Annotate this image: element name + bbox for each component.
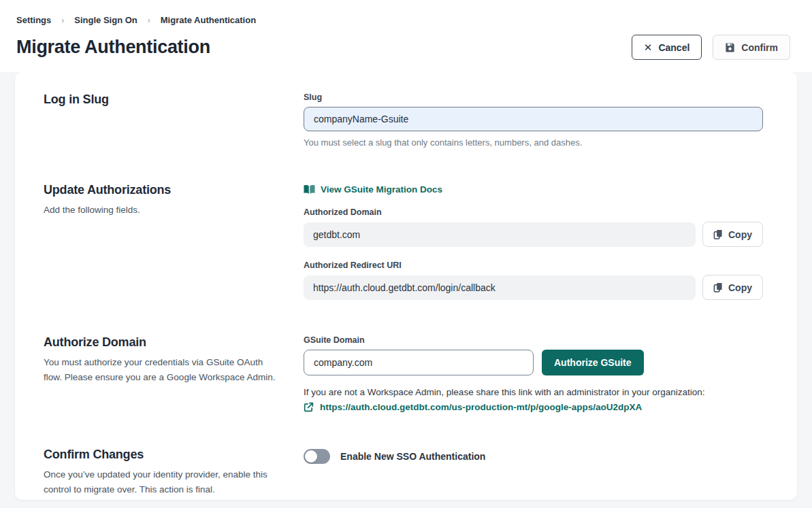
section-title-login-slug: Log in Slug xyxy=(44,93,304,107)
settings-card: Log in Slug Slug You must select a slug … xyxy=(15,72,797,500)
authorize-gsuite-button[interactable]: Authorize GSuite xyxy=(542,350,644,375)
copy-button-label: Copy xyxy=(728,282,752,293)
confirm-button[interactable]: Confirm xyxy=(713,35,790,60)
section-confirm-changes: Confirm Changes Once you’ve updated your… xyxy=(44,448,763,497)
copy-icon xyxy=(713,282,723,292)
docs-link-label: View GSuite Migration Docs xyxy=(321,184,442,195)
section-update-authorizations: Update Authorizations Add the following … xyxy=(44,183,763,300)
confirm-button-label: Confirm xyxy=(741,42,778,53)
section-title-authorize-domain: Authorize Domain xyxy=(44,335,304,350)
external-link-icon xyxy=(304,402,314,412)
admin-share-link-url: https://auth.cloud.getdbt.com/us-product… xyxy=(320,402,642,412)
authorized-domain-label: Authorized Domain xyxy=(304,207,763,217)
section-desc-confirm-changes: Once you’ve updated your identity provid… xyxy=(44,467,278,497)
open-book-icon xyxy=(304,184,315,195)
chevron-right-icon: › xyxy=(61,16,64,25)
save-disk-icon xyxy=(725,42,735,52)
section-login-slug: Log in Slug Slug You must select a slug … xyxy=(44,93,763,148)
gsuite-domain-input[interactable] xyxy=(304,350,534,375)
section-desc-update-authorizations: Add the following fields. xyxy=(44,203,278,218)
breadcrumb-migrate-authentication: Migrate Authentication xyxy=(161,15,256,25)
gsuite-migration-docs-link[interactable]: View GSuite Migration Docs xyxy=(304,184,442,195)
header-actions: ✕ Cancel Confirm xyxy=(632,35,790,60)
page-title: Migrate Authentication xyxy=(16,37,210,58)
cancel-button-label: Cancel xyxy=(658,42,689,53)
page-header: Settings › Single Sign On › Migrate Auth… xyxy=(0,0,812,72)
section-authorize-domain: Authorize Domain You must authorize your… xyxy=(44,335,763,412)
close-icon: ✕ xyxy=(644,42,653,52)
gsuite-domain-label: GSuite Domain xyxy=(304,335,763,345)
content-area: Log in Slug Slug You must select a slug … xyxy=(0,72,812,508)
chevron-right-icon: › xyxy=(148,16,150,25)
copy-authorized-domain-button[interactable]: Copy xyxy=(702,222,763,247)
copy-icon xyxy=(713,229,723,239)
toggle-knob xyxy=(305,450,317,463)
enable-sso-toggle-label: Enable New SSO Authentication xyxy=(340,451,485,462)
copy-button-label: Copy xyxy=(728,229,752,240)
workspace-admin-share-text: If you are not a Workspace Admin, please… xyxy=(304,387,763,397)
section-desc-authorize-domain: You must authorize your credentials via … xyxy=(44,355,278,384)
authorized-domain-value: getdbt.com xyxy=(304,222,696,247)
admin-share-link[interactable]: https://auth.cloud.getdbt.com/us-product… xyxy=(304,402,763,412)
cancel-button[interactable]: ✕ Cancel xyxy=(632,35,702,60)
copy-redirect-uri-button[interactable]: Copy xyxy=(702,275,763,300)
breadcrumb-single-sign-on[interactable]: Single Sign On xyxy=(74,15,137,25)
slug-helper-text: You must select a slug that only contain… xyxy=(304,137,763,148)
section-title-confirm-changes: Confirm Changes xyxy=(44,448,304,462)
authorized-redirect-uri-label: Authorized Redirect URI xyxy=(304,261,763,270)
breadcrumb: Settings › Single Sign On › Migrate Auth… xyxy=(16,15,790,25)
enable-sso-toggle[interactable] xyxy=(304,449,330,464)
slug-field-label: Slug xyxy=(304,93,763,102)
section-title-update-authorizations: Update Authorizations xyxy=(44,183,304,197)
authorized-redirect-uri-value: https://auth.cloud.getdbt.com/login/call… xyxy=(304,275,696,300)
breadcrumb-settings[interactable]: Settings xyxy=(16,15,51,25)
slug-input[interactable] xyxy=(304,107,763,131)
